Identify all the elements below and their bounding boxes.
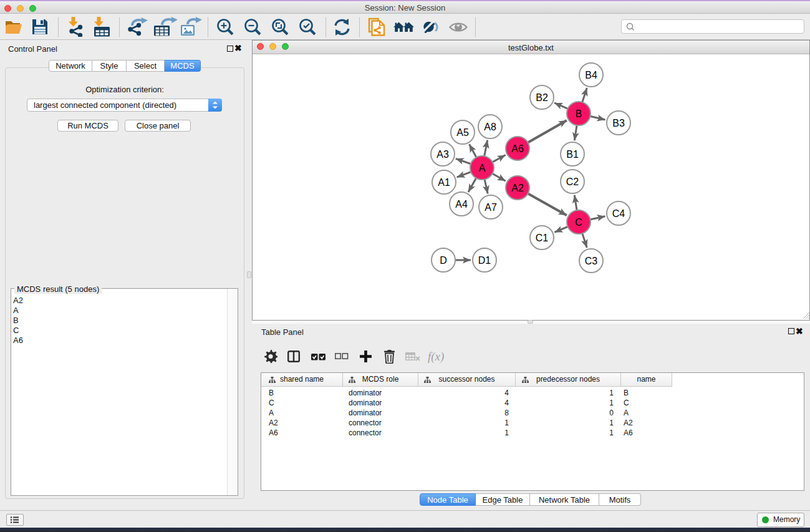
svg-text:A4: A4 (455, 199, 468, 210)
svg-text:D1: D1 (478, 255, 491, 266)
svg-text:B2: B2 (536, 92, 548, 103)
svg-text:B: B (576, 109, 582, 119)
svg-text:D: D (440, 255, 447, 266)
svg-text:C: C (575, 217, 582, 228)
svg-text:A1: A1 (438, 177, 450, 188)
svg-text:B1: B1 (566, 149, 579, 160)
svg-text:C3: C3 (585, 256, 598, 266)
svg-text:A5: A5 (456, 127, 469, 138)
svg-text:C1: C1 (536, 233, 549, 243)
svg-text:A2: A2 (511, 183, 524, 193)
svg-text:B4: B4 (585, 70, 597, 80)
svg-text:C4: C4 (612, 208, 625, 219)
svg-text:A7: A7 (485, 202, 497, 213)
svg-text:C2: C2 (566, 177, 579, 187)
svg-text:A: A (479, 163, 486, 173)
svg-text:A8: A8 (484, 122, 496, 132)
svg-text:A6: A6 (511, 143, 524, 154)
svg-text:A3: A3 (436, 149, 449, 160)
svg-text:B3: B3 (612, 118, 625, 128)
